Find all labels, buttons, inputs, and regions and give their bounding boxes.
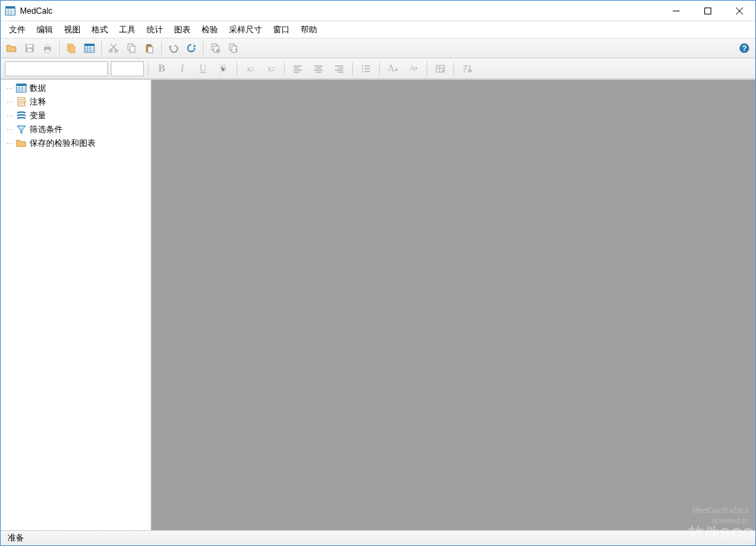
svg-point-35: [216, 49, 220, 53]
svg-rect-12: [28, 49, 32, 52]
menu-format[interactable]: 格式: [86, 22, 114, 38]
svg-point-56: [362, 71, 363, 72]
spreadsheet-button[interactable]: [81, 40, 98, 56]
save-button[interactable]: [21, 40, 38, 56]
bullet-list-button[interactable]: [357, 61, 375, 77]
bold-button[interactable]: B: [153, 61, 171, 77]
tree-node-variables[interactable]: ⋯ 变量: [1, 109, 151, 122]
menu-file[interactable]: 文件: [3, 22, 31, 38]
menu-window[interactable]: 窗口: [268, 22, 295, 38]
svg-rect-19: [85, 44, 94, 46]
svg-point-24: [109, 50, 112, 52]
sidebar-tree: ⋯ 数据 ⋯ 注释 ⋯ 变量 ⋯ 筛选条件 ⋯ 保存的检验和图表: [1, 80, 151, 530]
main-toolbar: ?: [1, 38, 755, 58]
help-button[interactable]: ?: [736, 40, 753, 56]
tree-connector: ⋯: [6, 98, 13, 106]
svg-rect-15: [45, 50, 50, 52]
tree-label: 变量: [30, 110, 46, 122]
splitter-handle[interactable]: [151, 80, 154, 530]
tree-connector: ⋯: [6, 126, 13, 133]
redo-button[interactable]: [183, 40, 199, 56]
svg-rect-17: [69, 46, 75, 53]
underline-button[interactable]: U: [194, 61, 212, 77]
svg-point-52: [362, 65, 363, 67]
window-title: MedCalc: [20, 6, 660, 16]
svg-point-54: [362, 68, 363, 69]
undo-button[interactable]: [165, 40, 182, 56]
svg-line-26: [111, 44, 116, 50]
variables-icon: [16, 110, 27, 121]
table-format-button[interactable]: [431, 61, 449, 77]
close-button[interactable]: [724, 1, 755, 21]
svg-rect-1: [6, 6, 15, 8]
tree-connector: ⋯: [6, 140, 13, 147]
strikethrough-button[interactable]: S: [215, 61, 233, 77]
tree-label: 数据: [30, 83, 46, 94]
tree-node-filters[interactable]: ⋯ 筛选条件: [1, 122, 151, 136]
status-text: 准备: [8, 532, 24, 544]
tree-label: 筛选条件: [30, 124, 63, 135]
app-icon: [5, 6, 16, 17]
tree-node-notes[interactable]: ⋯ 注释: [1, 95, 151, 109]
svg-rect-66: [17, 84, 26, 86]
align-left-button[interactable]: [289, 61, 307, 77]
print-button[interactable]: [39, 40, 56, 56]
sort-button[interactable]: [458, 61, 476, 77]
svg-rect-7: [705, 8, 711, 14]
copy-button[interactable]: [123, 40, 140, 56]
tree-label: 保存的检验和图表: [30, 138, 96, 149]
tree-label: 注释: [30, 96, 46, 108]
content-area: MedCalc® v19.3 licensed to: [151, 80, 755, 530]
superscript-button[interactable]: x2: [262, 61, 280, 77]
recalc-button[interactable]: [207, 40, 224, 56]
subscript-button[interactable]: x2: [241, 61, 259, 77]
main-body: ⋯ 数据 ⋯ 注释 ⋯ 变量 ⋯ 筛选条件 ⋯ 保存的检验和图表 MedCalc…: [1, 79, 755, 530]
svg-rect-31: [147, 44, 151, 46]
svg-rect-0: [6, 8, 15, 15]
menu-statistics[interactable]: 统计: [141, 22, 169, 38]
font-family-input[interactable]: [6, 64, 114, 74]
svg-rect-29: [130, 46, 135, 52]
window-controls: [660, 1, 755, 21]
folder-icon: [16, 138, 27, 149]
tree-node-saved[interactable]: ⋯ 保存的检验和图表: [1, 136, 151, 150]
minimize-button[interactable]: [660, 1, 692, 21]
menu-help[interactable]: 帮助: [295, 22, 323, 38]
italic-button[interactable]: I: [173, 61, 191, 77]
paste-button[interactable]: [141, 40, 158, 56]
copy-multi-button[interactable]: [63, 40, 80, 56]
svg-point-25: [115, 50, 118, 52]
watermark: MedCalc® v19.3 licensed to: [693, 505, 748, 526]
format-toolbar: ▾ ▾ B I U S x2 x2 A▴ A▾: [1, 58, 755, 79]
tree-node-data[interactable]: ⋯ 数据: [1, 81, 151, 95]
align-center-button[interactable]: [310, 61, 327, 77]
watermark-license: licensed to: [693, 516, 748, 526]
menu-tools[interactable]: 工具: [114, 22, 141, 38]
menu-graphs[interactable]: 图表: [169, 22, 196, 38]
notes-icon: [16, 96, 27, 107]
svg-rect-14: [45, 44, 50, 47]
open-button[interactable]: [3, 40, 20, 56]
maximize-button[interactable]: [692, 1, 724, 21]
menu-edit[interactable]: 编辑: [31, 22, 58, 38]
tree-connector: ⋯: [6, 112, 13, 120]
decrease-font-button[interactable]: A▾: [404, 61, 422, 77]
filter-icon: [16, 124, 27, 135]
cut-button[interactable]: [105, 40, 122, 56]
font-size-combo[interactable]: ▾: [111, 61, 144, 76]
increase-font-button[interactable]: A▴: [384, 61, 402, 77]
menu-tests[interactable]: 检验: [196, 22, 224, 38]
watermark-version: MedCalc® v19.3: [693, 505, 748, 516]
menu-view[interactable]: 视图: [58, 22, 86, 38]
title-bar: MedCalc: [1, 1, 755, 21]
svg-rect-11: [27, 45, 32, 47]
align-right-button[interactable]: [330, 61, 348, 77]
spreadsheet-icon: [16, 83, 27, 94]
status-bar: 准备 软件SOS: [1, 530, 755, 545]
font-family-combo[interactable]: ▾: [5, 61, 108, 76]
menu-samplesize[interactable]: 采样尺寸: [224, 22, 268, 38]
menu-bar: 文件 编辑 视图 格式 工具 统计 图表 检验 采样尺寸 窗口 帮助: [1, 21, 755, 38]
update-button[interactable]: [225, 40, 241, 56]
tree-connector: ⋯: [6, 85, 13, 92]
svg-text:?: ?: [742, 44, 747, 52]
